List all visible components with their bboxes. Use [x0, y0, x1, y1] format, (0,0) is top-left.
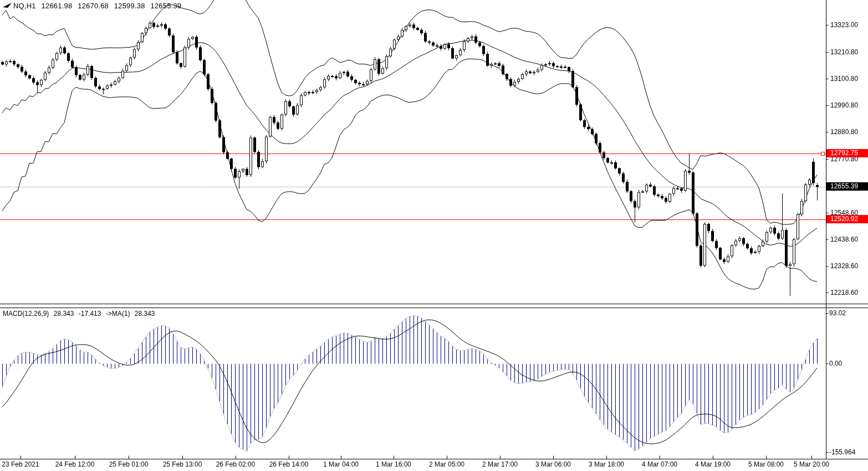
- time-axis-label: 23 Feb 2021: [2, 460, 39, 468]
- close-value: 12655.39: [150, 2, 181, 10]
- time-axis-label: 3 Mar 06:00: [535, 460, 571, 468]
- macd-name: MACD(12,26,9): [3, 310, 49, 318]
- low-value: 12599.38: [114, 2, 145, 10]
- macd-indicator-label: MACD(12,26,9) 28.343 -17.413 ->MA(1) 28.…: [3, 310, 158, 318]
- chart-shift-arrow-icon: [3, 2, 13, 10]
- symbol-period-label: NQ,H1: [13, 2, 36, 10]
- price-axis-label: 13323.00: [830, 21, 858, 29]
- macd-axis-label: -155.964: [829, 448, 855, 456]
- time-axis-label: 25 Feb 01:00: [109, 460, 149, 468]
- macd-ma-value: 28.343: [135, 310, 155, 318]
- price-level-badge: 12792.75: [826, 149, 868, 157]
- time-axis-label: 5 Mar 20:00: [794, 460, 829, 468]
- macd-main-value: 28.343: [54, 310, 74, 318]
- time-axis-label: 24 Feb 12:00: [55, 460, 95, 468]
- price-axis-label: 12218.60: [830, 289, 858, 296]
- time-axis-label: 1 Mar 16:00: [376, 460, 411, 468]
- price-axis-label: 12438.60: [830, 235, 858, 243]
- time-axis-label: 4 Mar 19:00: [695, 460, 731, 468]
- symbol-ohlc-title: NQ,H1 12661.98 12670.68 12599.38 12655.3…: [13, 2, 185, 10]
- macd-ma-label: ->MA(1): [106, 310, 130, 318]
- time-axis-label: 4 Mar 07:00: [642, 460, 677, 468]
- chart-window: NQ,H1 12661.98 12670.68 12599.38 12655.3…: [0, 0, 868, 471]
- time-axis-label: 26 Feb 02:00: [216, 460, 256, 468]
- macd-axis-label: 0.00: [829, 360, 842, 367]
- price-level-badge: 12655.39: [826, 182, 868, 191]
- time-axis-label: 25 Feb 13:00: [163, 460, 202, 468]
- price-axis-label: 13100.80: [830, 75, 858, 83]
- price-axis-label: 12880.80: [830, 128, 858, 136]
- time-axis-label: 2 Mar 17:00: [482, 460, 518, 468]
- chart-canvas[interactable]: [0, 0, 868, 471]
- high-value: 12670.68: [78, 2, 109, 10]
- open-value: 12661.98: [42, 2, 73, 10]
- time-axis-label: 5 Mar 08:00: [748, 460, 784, 468]
- macd-axis-label: 93.02: [829, 309, 846, 317]
- macd-signal-value: -17.413: [79, 310, 101, 318]
- time-axis-label: 2 Mar 05:00: [429, 460, 464, 468]
- price-axis-label: 13210.80: [830, 48, 858, 56]
- price-axis-label: 12328.60: [830, 262, 858, 270]
- price-level-badge: 12520.92: [826, 215, 868, 223]
- time-axis-label: 3 Mar 18:00: [589, 460, 624, 468]
- price-axis-label: 12990.80: [830, 101, 858, 109]
- time-axis-label: 1 Mar 04:00: [323, 460, 359, 468]
- time-axis-label: 26 Feb 14:00: [269, 460, 309, 468]
